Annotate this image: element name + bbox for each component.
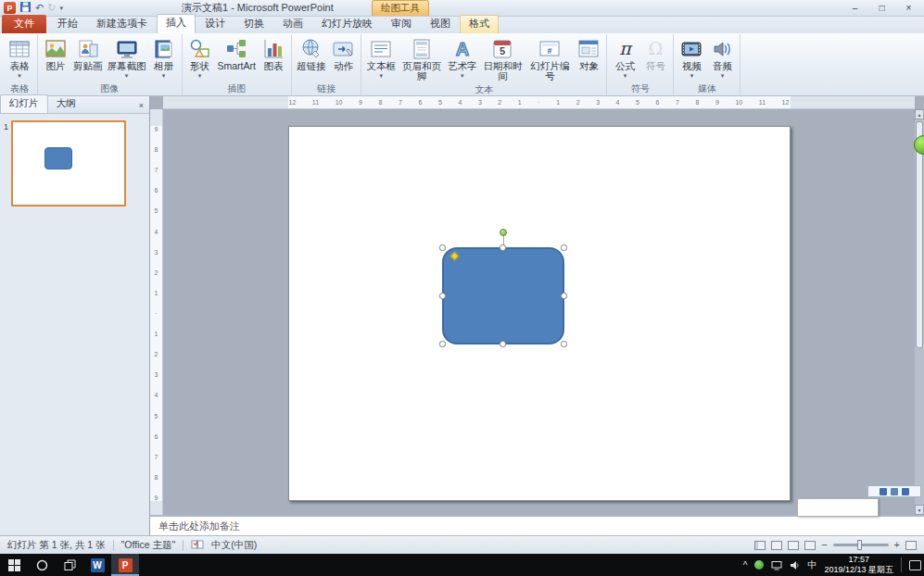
header-footer-button[interactable]: 页眉和页脚	[399, 35, 445, 83]
capture-tool-icon[interactable]	[902, 488, 909, 495]
antivirus-tray-icon[interactable]	[754, 560, 764, 570]
resize-handle-nw[interactable]	[439, 244, 446, 251]
action-button[interactable]: 动作	[328, 35, 358, 72]
tab-view[interactable]: 视图	[421, 15, 460, 33]
proofing-button[interactable]	[191, 539, 204, 552]
equation-button[interactable]: π 公式 ▾	[610, 35, 639, 80]
tab-transitions[interactable]: 切换	[234, 15, 273, 33]
date-time-button[interactable]: 5 日期和时间	[479, 35, 525, 83]
tab-animations[interactable]: 动画	[273, 15, 312, 33]
slide[interactable]	[288, 126, 791, 501]
start-button[interactable]	[0, 554, 28, 576]
taskbar-word-button[interactable]: W	[83, 554, 111, 576]
zoom-slider-thumb[interactable]	[857, 540, 862, 550]
symbol-omega-icon: Ω	[649, 36, 664, 61]
textbox-button[interactable]: 文本框 ▾	[364, 35, 398, 80]
hyperlink-button[interactable]: 超链接	[295, 35, 328, 72]
scroll-up-button[interactable]: ▲	[915, 109, 924, 119]
slide-sorter-view-button[interactable]	[771, 541, 782, 550]
maximize-button[interactable]: □	[868, 0, 895, 16]
normal-view-button[interactable]	[754, 541, 766, 550]
scrollbar-thumb[interactable]	[916, 121, 923, 348]
notes-pane[interactable]: 单击此处添加备注	[150, 515, 924, 535]
vertical-scrollbar[interactable]: ▲ ▼	[915, 109, 924, 515]
resize-handle-se[interactable]	[561, 341, 567, 347]
capture-tool-icon[interactable]	[880, 488, 887, 495]
task-view-button[interactable]	[56, 554, 83, 576]
ruler-number: 2	[576, 99, 580, 106]
tab-new-custom[interactable]: 新建选项卡	[87, 15, 157, 33]
adjustment-handle[interactable]	[449, 252, 459, 261]
rotation-handle[interactable]	[500, 229, 507, 236]
ruler-number: 8	[695, 99, 699, 106]
undo-button[interactable]: ↶	[35, 3, 44, 13]
resize-handle-s[interactable]	[500, 341, 506, 347]
redo-button[interactable]: ↻	[47, 3, 56, 13]
taskbar-clock[interactable]: 17:57 2019/12/13 星期五	[824, 555, 893, 576]
scroll-down-button[interactable]: ▼	[915, 505, 924, 515]
chart-button[interactable]: 图表	[259, 35, 288, 72]
ruler-number: 10	[335, 99, 343, 106]
clock-time: 17:57	[824, 555, 893, 565]
video-icon	[679, 36, 703, 61]
action-center-icon[interactable]	[909, 560, 921, 570]
clipart-button[interactable]: 剪贴画	[71, 35, 105, 72]
language-indicator[interactable]: 中文(中国)	[211, 539, 257, 552]
tab-format[interactable]: 格式	[460, 15, 499, 33]
tab-slides-thumbnails[interactable]: 幻灯片	[0, 94, 48, 113]
object-button[interactable]: 对象	[574, 35, 603, 72]
reading-view-button[interactable]	[788, 541, 799, 550]
search-icon	[36, 559, 48, 571]
zoom-in-button[interactable]: +	[894, 540, 900, 550]
theme-name[interactable]: "Office 主题"	[121, 539, 176, 552]
panel-close-icon[interactable]: ×	[133, 101, 149, 113]
symbol-button[interactable]: Ω 符号	[640, 35, 670, 72]
tab-insert[interactable]: 插入	[157, 14, 196, 33]
audio-button[interactable]: 音频 ▾	[707, 35, 737, 80]
save-button[interactable]	[19, 1, 32, 15]
wordart-button[interactable]: A 艺术字 ▾	[446, 35, 479, 80]
search-button[interactable]	[28, 554, 56, 576]
tab-slideshow[interactable]: 幻灯片放映	[312, 15, 382, 33]
video-button[interactable]: 视频 ▾	[677, 35, 706, 80]
ime-indicator[interactable]: 中	[807, 558, 816, 571]
capture-tool-icon[interactable]	[891, 488, 898, 495]
volume-tray-icon[interactable]	[790, 560, 800, 570]
zoom-slider[interactable]	[833, 544, 889, 546]
powerpoint-logo-icon[interactable]: P	[4, 2, 16, 14]
photo-album-button[interactable]: 相册 ▾	[149, 35, 179, 80]
close-button[interactable]: ×	[895, 0, 922, 16]
ruler-number: ·	[538, 99, 539, 106]
network-tray-icon[interactable]	[771, 560, 782, 570]
slide-number-button[interactable]: # 幻灯片编号	[526, 35, 573, 83]
slide-thumbnail[interactable]	[11, 120, 126, 207]
smartart-button[interactable]: SmartArt	[216, 35, 258, 72]
tab-file[interactable]: 文件	[2, 15, 46, 33]
resize-handle-ne[interactable]	[561, 244, 567, 251]
tray-expand-icon[interactable]: ^	[743, 560, 748, 570]
table-button[interactable]: 表格 ▾	[5, 35, 34, 80]
tab-outline[interactable]: 大纲	[48, 95, 84, 113]
tab-review[interactable]: 审阅	[382, 15, 421, 33]
separator	[901, 557, 902, 572]
zoom-out-button[interactable]: −	[821, 540, 827, 550]
fit-to-window-button[interactable]	[905, 541, 917, 550]
tab-design[interactable]: 设计	[196, 15, 234, 33]
taskbar-powerpoint-button[interactable]: P	[111, 554, 139, 576]
resize-handle-n[interactable]	[500, 244, 506, 251]
slideshow-view-button[interactable]	[804, 541, 816, 550]
shapes-button[interactable]: 形状 ▾	[185, 35, 215, 80]
ruler-number: 9	[155, 126, 158, 132]
qat-customize-arrow-icon[interactable]: ▾	[59, 5, 63, 12]
slide-canvas[interactable]	[163, 109, 915, 515]
group-label-tables: 表格	[5, 82, 34, 94]
tab-home[interactable]: 开始	[48, 15, 87, 33]
floating-capture-toolbar[interactable]	[867, 485, 921, 497]
resize-handle-w[interactable]	[439, 293, 446, 299]
resize-handle-sw[interactable]	[439, 341, 446, 347]
minimize-button[interactable]: –	[842, 0, 868, 16]
screenshot-button[interactable]: 屏幕截图 ▾	[106, 35, 148, 80]
resize-handle-e[interactable]	[561, 293, 567, 299]
rounded-rectangle-shape[interactable]	[442, 247, 564, 344]
picture-button[interactable]: 图片	[41, 35, 70, 72]
